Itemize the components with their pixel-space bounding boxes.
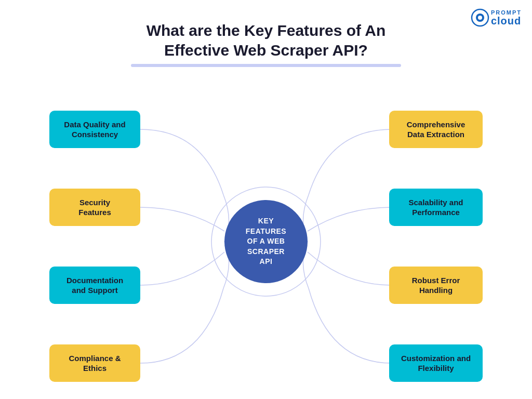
feature-box-error-handling: Robust ErrorHandling bbox=[389, 267, 483, 304]
page-title-section: What are the Key Features of An Effectiv… bbox=[131, 21, 401, 67]
feature-label-error-handling: Robust ErrorHandling bbox=[412, 275, 460, 296]
logo-cloud-text: cloud bbox=[491, 16, 522, 26]
mindmap-container: KEYFEATURESOF A WEBSCRAPERAPI Data Quali… bbox=[0, 91, 532, 392]
center-circle: KEYFEATURESOF A WEBSCRAPERAPI bbox=[224, 200, 308, 283]
feature-box-security: SecurityFeatures bbox=[49, 189, 140, 226]
feature-box-scalability: Scalability andPerformance bbox=[389, 189, 483, 226]
feature-box-customization: Customization andFlexibility bbox=[389, 344, 483, 382]
feature-box-compliance: Compliance &Ethics bbox=[49, 344, 140, 382]
feature-label-security: SecurityFeatures bbox=[78, 197, 111, 218]
promptcloud-logo-icon bbox=[471, 8, 489, 27]
feature-label-compliance: Compliance &Ethics bbox=[69, 353, 121, 374]
page-title: What are the Key Features of An Effectiv… bbox=[131, 21, 401, 60]
feature-label-comprehensive: ComprehensiveData Extraction bbox=[407, 119, 466, 140]
feature-label-scalability: Scalability andPerformance bbox=[408, 197, 463, 218]
feature-label-customization: Customization andFlexibility bbox=[401, 353, 471, 374]
feature-box-comprehensive: ComprehensiveData Extraction bbox=[389, 111, 483, 148]
feature-label-data-quality: Data Quality andConsistency bbox=[64, 119, 125, 140]
logo: prompt cloud bbox=[471, 8, 522, 27]
svg-point-2 bbox=[478, 16, 482, 20]
feature-label-documentation: Documentationand Support bbox=[66, 275, 123, 296]
feature-box-data-quality: Data Quality andConsistency bbox=[49, 111, 140, 148]
feature-box-documentation: Documentationand Support bbox=[49, 267, 140, 304]
title-underline bbox=[131, 64, 401, 67]
center-circle-text: KEYFEATURESOF A WEBSCRAPERAPI bbox=[246, 216, 286, 267]
